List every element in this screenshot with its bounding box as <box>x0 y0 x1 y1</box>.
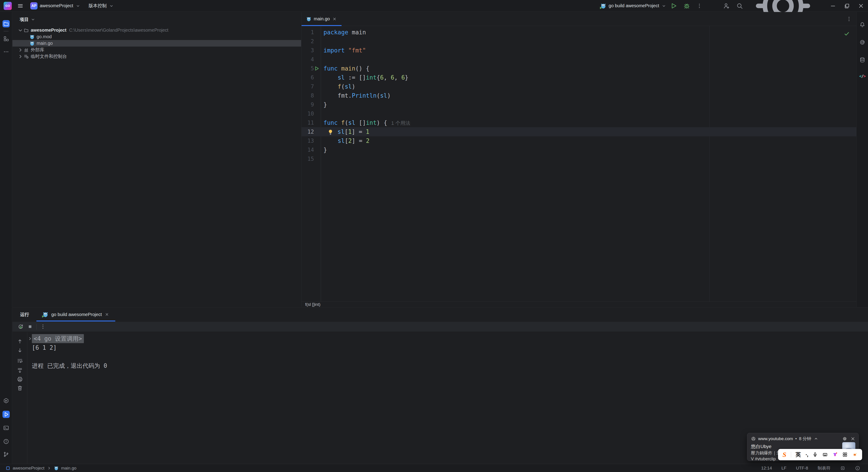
code-line-5[interactable]: 5func main() { <box>302 64 856 73</box>
tree-item-main.go[interactable]: main.go <box>12 40 301 46</box>
code-line-14[interactable]: 14} <box>302 145 856 154</box>
run-tab-go-build[interactable]: go build awesomeProject <box>36 308 115 321</box>
gutter[interactable]: 12 <box>302 127 321 136</box>
code-line-4[interactable]: 4 <box>302 55 856 64</box>
prev-occurrence-icon[interactable] <box>17 338 23 345</box>
gutter[interactable]: 8 <box>302 91 321 100</box>
code-line-1[interactable]: 1package main <box>302 28 856 37</box>
restore-button[interactable] <box>840 0 854 11</box>
code-plugin-button[interactable]: </> <box>859 72 866 80</box>
run-configuration-selector[interactable]: go build awesomeProject <box>600 3 666 9</box>
console-line-3[interactable] <box>32 352 868 361</box>
notifications-button[interactable] <box>859 21 866 28</box>
main-menu-icon[interactable] <box>17 3 24 9</box>
console-line-2[interactable]: [6 1 2] <box>32 343 868 352</box>
notifications-status-icon[interactable] <box>855 466 860 471</box>
chevron-right-icon[interactable] <box>17 47 24 53</box>
gutter[interactable]: 1 <box>302 28 321 37</box>
next-occurrence-icon[interactable] <box>17 347 23 353</box>
project-tool-button[interactable] <box>2 20 10 27</box>
breadcrumb-file[interactable]: main.go <box>61 466 76 471</box>
debug-button[interactable] <box>683 2 690 9</box>
services-tool-button[interactable] <box>2 397 10 404</box>
ime-emoji-icon[interactable] <box>852 452 858 457</box>
rerun-icon[interactable] <box>18 323 24 330</box>
run-panel-title[interactable]: 运行 <box>12 312 36 318</box>
sogou-logo[interactable]: S <box>782 451 786 459</box>
project-panel-header[interactable]: 项目 <box>12 12 301 27</box>
ime-skin-icon[interactable] <box>832 452 838 457</box>
search-everywhere-icon[interactable] <box>736 2 743 9</box>
tree-item-go.mod[interactable]: go.mod <box>12 33 301 40</box>
keyboard-icon[interactable] <box>822 452 828 457</box>
intention-bulb[interactable] <box>323 128 338 137</box>
ime-toolbar[interactable]: S 英 ·, <box>778 449 862 460</box>
gutter[interactable]: 11 <box>302 118 321 127</box>
code-line-6[interactable]: 6 sl := []int{6, 6, 6} <box>302 73 856 82</box>
run-button[interactable] <box>670 2 677 9</box>
gutter[interactable]: 6 <box>302 73 321 82</box>
ime-language-toggle[interactable]: 英 <box>796 451 801 458</box>
code-editor[interactable]: 1package main23import "fmt"45func main()… <box>302 26 856 302</box>
cursor-position[interactable]: 12:14 <box>761 466 772 471</box>
soft-wrap-icon[interactable] <box>17 357 23 364</box>
vcs-widget[interactable]: 版本控制 <box>87 2 115 10</box>
notification-close-icon[interactable] <box>850 436 855 441</box>
gutter[interactable]: 2 <box>302 37 321 46</box>
scroll-to-end-icon[interactable] <box>17 367 23 373</box>
console-line-4[interactable]: 进程 已完成，退出代码为 0 <box>32 361 868 370</box>
tree-item--[interactable]: 临时文件和控制台 <box>12 53 301 60</box>
editor-options-icon[interactable] <box>846 16 852 22</box>
ai-assistant-button[interactable] <box>859 39 866 46</box>
terminal-tool-button[interactable] <box>2 424 10 432</box>
microphone-icon[interactable] <box>812 452 818 457</box>
folded-command-text[interactable]: <4 go 设置调用> <box>32 334 84 343</box>
code-line-7[interactable]: 7 f(sl) <box>302 82 856 91</box>
run-more-options-icon[interactable] <box>40 323 46 330</box>
notification-settings-icon[interactable] <box>842 436 847 441</box>
more-tool-windows-button[interactable] <box>2 48 10 55</box>
chevron-down-icon[interactable] <box>17 27 24 33</box>
editor-tab-main-go[interactable]: main.go <box>302 12 342 26</box>
code-line-10[interactable]: 10 <box>302 109 856 118</box>
gutter[interactable]: 4 <box>302 55 321 64</box>
database-button[interactable] <box>859 56 866 64</box>
chevron-up-icon[interactable] <box>813 436 818 441</box>
gutter[interactable]: 5 <box>302 64 321 73</box>
code-line-12[interactable]: 12sl[1] = 1 <box>302 127 856 136</box>
code-with-me-icon[interactable] <box>723 2 730 9</box>
ime-punctuation-toggle[interactable]: ·, <box>806 451 808 458</box>
commit-tool-button[interactable] <box>2 35 10 42</box>
print-icon[interactable] <box>17 376 23 382</box>
code-line-3[interactable]: 3import "fmt" <box>302 46 856 55</box>
gutter[interactable]: 13 <box>302 136 321 145</box>
readonly-lock-icon[interactable] <box>840 466 845 471</box>
console-output[interactable]: <4 go 设置调用>[6 1 2]进程 已完成，退出代码为 0 <box>27 332 868 464</box>
project-widget[interactable]: AP awesomeProject <box>29 1 82 10</box>
minimize-button[interactable] <box>826 0 840 11</box>
tree-item--[interactable]: 外部库 <box>12 46 301 53</box>
code-line-11[interactable]: 11func f(sl []int) {1 个用法 <box>302 118 856 127</box>
code-line-15[interactable]: 15 <box>302 154 856 163</box>
gutter[interactable]: 9 <box>302 100 321 109</box>
file-encoding[interactable]: UTF-8 <box>796 466 808 471</box>
gutter[interactable]: 7 <box>302 82 321 91</box>
status-breadcrumb[interactable]: awesomeProject main.go <box>0 466 76 471</box>
line-separator[interactable]: LF <box>781 466 786 471</box>
ime-apps-grid-icon[interactable] <box>842 452 848 457</box>
breadcrumb-project[interactable]: awesomeProject <box>13 466 44 471</box>
tree-item-awesomeProject[interactable]: awesomeProjectC:\Users\meowr\GolandProje… <box>12 27 301 33</box>
gutter[interactable]: 15 <box>302 154 321 163</box>
run-tool-button[interactable] <box>2 411 10 418</box>
close-run-tab-icon[interactable] <box>104 312 110 317</box>
gutter[interactable]: 3 <box>302 46 321 55</box>
version-control-tool-button[interactable] <box>2 451 10 458</box>
close-tab-icon[interactable] <box>332 17 337 22</box>
fold-expand-icon[interactable] <box>28 336 33 341</box>
run-line-icon[interactable] <box>314 66 320 71</box>
code-line-2[interactable]: 2 <box>302 37 856 46</box>
code-line-13[interactable]: 13 sl[2] = 2 <box>302 136 856 145</box>
code-line-8[interactable]: 8 fmt.Println(sl) <box>302 91 856 100</box>
stop-icon[interactable] <box>27 323 33 330</box>
problems-tool-button[interactable] <box>2 438 10 445</box>
